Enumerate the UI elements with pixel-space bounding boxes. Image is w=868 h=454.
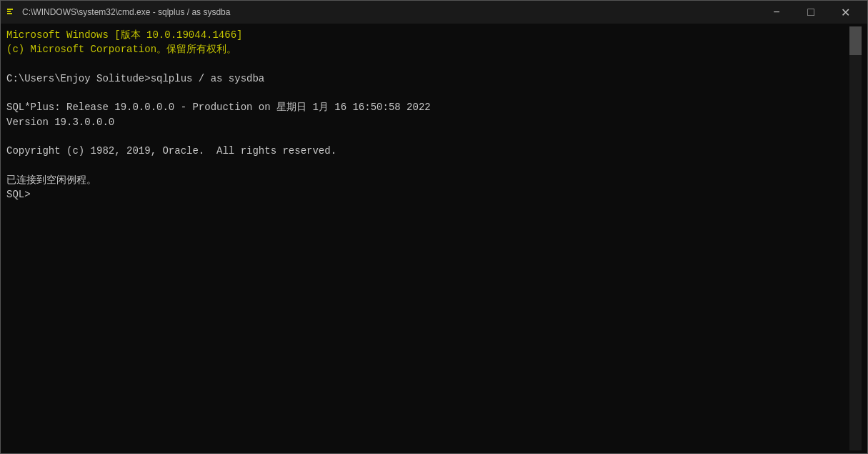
terminal-body[interactable]: Microsoft Windows [版本 10.0.19044.1466] (… — [1, 24, 867, 453]
line-6b: Version 19.3.0.0.0 — [6, 115, 849, 129]
line-5 — [6, 86, 849, 100]
line-9 — [6, 159, 849, 173]
line-8: Copyright (c) 1982, 2019, Oracle. All ri… — [6, 144, 849, 158]
terminal-content: Microsoft Windows [版本 10.0.19044.1466] (… — [6, 26, 849, 450]
scrollbar-thumb[interactable] — [849, 26, 862, 55]
line-3 — [6, 57, 849, 71]
cmd-icon — [6, 6, 18, 18]
window-title: C:\WINDOWS\system32\cmd.exe - sqlplus / … — [22, 7, 230, 17]
line-7 — [6, 129, 849, 144]
line-6a: SQL*Plus: Release 19.0.0.0.0 - Productio… — [6, 100, 849, 114]
line-2: (c) Microsoft Corporation。保留所有权利。 — [6, 42, 849, 56]
svg-rect-1 — [7, 9, 13, 10]
title-bar: C:\WINDOWS\system32\cmd.exe - sqlplus / … — [1, 1, 867, 24]
title-bar-left: C:\WINDOWS\system32\cmd.exe - sqlplus / … — [6, 6, 230, 18]
minimize-button[interactable]: − — [760, 1, 793, 24]
line-1: Microsoft Windows [版本 10.0.19044.1466] — [6, 28, 849, 42]
line-4: C:\Users\Enjoy Solitude>sqlplus / as sys… — [6, 71, 849, 86]
svg-rect-3 — [7, 13, 12, 14]
svg-rect-2 — [7, 11, 11, 12]
title-bar-controls: − □ ✕ — [760, 1, 862, 24]
line-10: 已连接到空闲例程。 — [6, 173, 849, 187]
maximize-button[interactable]: □ — [794, 1, 827, 24]
cmd-window: C:\WINDOWS\system32\cmd.exe - sqlplus / … — [0, 0, 868, 454]
line-11-prompt: SQL> — [6, 187, 849, 202]
scrollbar[interactable] — [849, 26, 862, 450]
close-button[interactable]: ✕ — [829, 1, 862, 24]
